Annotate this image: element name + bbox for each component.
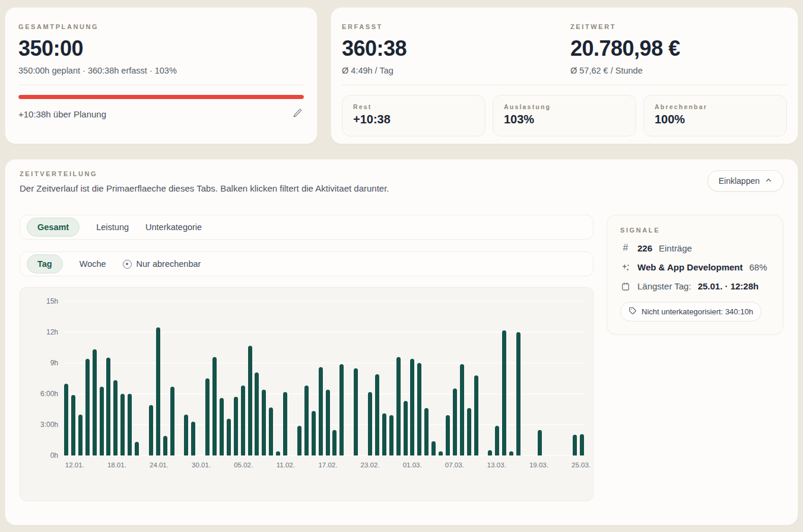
chart-bar[interactable] [460,364,464,455]
planning-progress-bar [18,95,304,99]
chart-bar[interactable] [304,386,309,455]
chart-bar[interactable] [488,450,492,455]
time-distribution-chart: 0h3:00h6:00h9h12h15h12.01.18.01.24.01.30… [20,287,593,501]
collapse-button-label: Einklappen [719,176,760,186]
chart-bar[interactable] [106,358,110,455]
chart-bar[interactable] [220,398,224,455]
chart-bar[interactable] [339,364,344,455]
chart-bar[interactable] [424,408,429,455]
chart-bar[interactable] [100,387,104,455]
stat-value-abrechenbar: 100% [655,113,776,126]
billable-only-toggle[interactable]: Nur abrechenbar [123,259,201,269]
chart-bar[interactable] [205,378,210,455]
chart-bar[interactable] [516,332,520,455]
chart-bar[interactable] [326,390,330,455]
chart-bar[interactable] [93,349,97,455]
x-axis-label: 18.01. [107,461,126,469]
chart-bar[interactable] [128,394,132,455]
chart-bar[interactable] [580,434,584,455]
chart-bar[interactable] [163,436,167,455]
chart-bar[interactable] [573,435,577,455]
chart-bar[interactable] [64,384,68,455]
chart-bar[interactable] [375,374,379,455]
chart-bar[interactable] [269,407,273,455]
top-activity-name: Web & App Development [637,262,743,272]
top-activity-share: 68% [750,262,767,272]
chart-bar[interactable] [509,451,513,455]
planning-card-label: Gesamtplanung [18,23,304,30]
chart-bar[interactable] [262,390,266,455]
collapse-button[interactable]: Einklappen [707,170,783,192]
chart-bar[interactable] [404,401,408,455]
chart-bar[interactable] [156,327,160,455]
chart-bar[interactable] [495,426,499,455]
chart-bar[interactable] [382,413,386,455]
over-planning-text: +10:38h über Planung [18,109,106,119]
signal-longest-day: Längster Tag: 25.01. · 12:28h [620,281,770,291]
chart-bar[interactable] [283,392,287,455]
tracked-card: Erfasst 360:38 Ø 4:49h / Tag Zeitwert 20… [331,7,798,144]
chart-bar[interactable] [241,386,245,455]
hash-icon: # [620,243,631,253]
chart-bar[interactable] [170,387,174,455]
chart-bar[interactable] [319,367,323,455]
edit-planning-button[interactable] [291,107,304,121]
y-axis-label: 15h [25,297,58,306]
chart-bar[interactable] [389,415,393,455]
longest-day-value: 25.01. · 12:28h [698,281,759,291]
uncategorized-tag-pill[interactable]: Nicht unterkategorisiert: 340:10h [620,302,761,321]
chart-bar[interactable] [332,430,337,455]
chart-bar[interactable] [439,451,443,455]
signal-top-activity: Web & App Development 68% [620,262,770,272]
chart-bar[interactable] [78,415,82,455]
longest-day-label: Längster Tag: [637,281,691,291]
tab-woche[interactable]: Woche [80,259,106,269]
x-axis-label: 25.03. [572,461,591,469]
tab-gesamt[interactable]: Gesamt [27,218,80,237]
y-axis-label: 6:00h [25,389,58,399]
signal-entries: # 226 Einträge [620,243,770,253]
chart-bar[interactable] [368,392,372,455]
chart-bar[interactable] [396,357,401,455]
chart-bar[interactable] [297,426,301,455]
chart-bar[interactable] [417,363,421,455]
tab-tag[interactable]: Tag [27,254,63,273]
x-axis-label: 30.01. [192,461,211,469]
chart-bar[interactable] [255,372,259,455]
chart-bar[interactable] [276,451,280,455]
tab-unterkategorie[interactable]: Unterkategorie [145,222,202,232]
chart-bar[interactable] [467,408,471,455]
zeitwert-label: Zeitwert [570,23,680,30]
x-axis-label: 07.03. [445,461,464,469]
chart-bar[interactable] [149,405,153,455]
stat-value-rest: +10:38 [353,113,474,126]
chart-bar[interactable] [71,395,75,455]
chart-bar[interactable] [446,415,450,455]
erfasst-value: 360:38 [342,36,570,61]
y-axis-label: 9h [25,358,58,368]
chart-bar[interactable] [474,375,478,455]
chart-bar[interactable] [538,430,542,455]
chart-bar[interactable] [212,357,217,455]
chart-bar[interactable] [184,415,188,455]
chart-bar[interactable] [431,441,436,455]
chart-bar[interactable] [312,411,316,455]
chart-bar[interactable] [135,442,139,455]
stat-card-auslastung: Auslastung 103% [493,95,636,136]
chart-bar[interactable] [410,359,414,455]
chart-bar[interactable] [453,388,457,455]
chart-bar[interactable] [191,422,195,455]
dimension-tab-row: Gesamt Leistung Unterkategorie [20,215,593,240]
chart-bar[interactable] [120,394,125,455]
chart-bar[interactable] [354,368,358,455]
distribution-card: Zeitverteilung Der Zeitverlauf ist die P… [5,159,798,525]
chart-bar[interactable] [502,330,506,455]
chart-bar[interactable] [248,346,252,455]
stat-label: Rest [353,103,474,110]
chart-bar[interactable] [234,397,238,455]
chart-bar[interactable] [227,419,231,455]
tab-leistung[interactable]: Leistung [96,222,129,232]
chart-bar[interactable] [113,380,118,455]
chart-bar[interactable] [85,359,90,455]
divider [18,85,304,85]
